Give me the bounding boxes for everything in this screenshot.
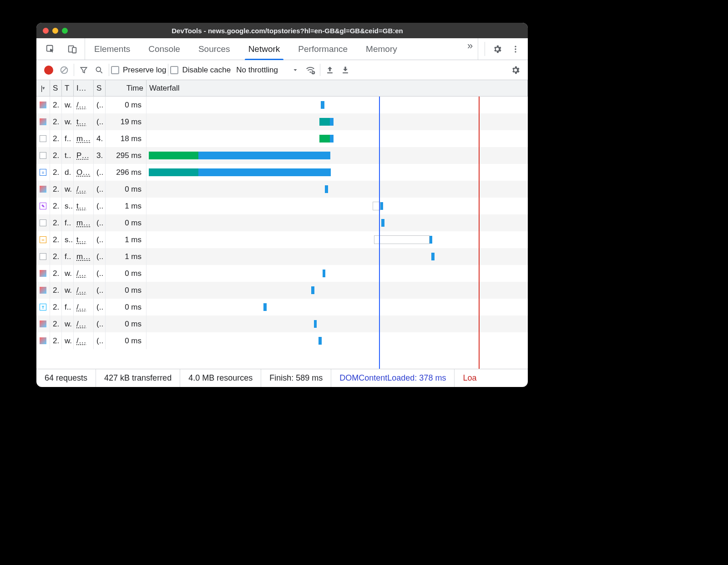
row-type: t..	[62, 147, 74, 164]
row-waterfall	[147, 316, 528, 332]
panel-tab-console[interactable]: Console	[139, 38, 189, 60]
row-size: (..	[94, 282, 106, 299]
throttling-value: No throttling	[236, 66, 278, 75]
img-file-icon	[40, 337, 46, 344]
doc-file-icon: ≡	[40, 169, 46, 176]
network-row[interactable]: 2.w./…(..0 ms	[36, 97, 528, 113]
more-panels-icon[interactable]: »	[462, 38, 478, 54]
row-size: (..	[94, 97, 106, 113]
upload-har-icon[interactable]	[322, 62, 338, 78]
svg-point-5	[515, 51, 516, 52]
network-row[interactable]: 2.w./…(..0 ms	[36, 332, 528, 349]
svg-rect-10	[327, 72, 333, 73]
panel-tab-sources[interactable]: Sources	[189, 38, 239, 60]
network-toolbar: Preserve log Disable cache No throttling	[36, 60, 528, 80]
row-status: 2.	[50, 299, 62, 316]
row-initiator: /…	[74, 181, 94, 198]
row-size: 4.	[94, 130, 106, 147]
minimize-window-button[interactable]	[52, 28, 58, 34]
network-row[interactable]: 2.f..m…4.18 ms	[36, 130, 528, 147]
column-name[interactable]: |▾	[36, 80, 50, 96]
column-size[interactable]: S	[94, 80, 106, 96]
row-time: 0 ms	[106, 97, 147, 113]
status-load: Loa	[455, 369, 485, 387]
network-row[interactable]: 2.w./…(..0 ms	[36, 316, 528, 332]
download-har-icon[interactable]	[338, 62, 353, 78]
row-type: f..	[62, 248, 74, 265]
network-row[interactable]: 2.w.t…(..19 ms	[36, 113, 528, 130]
column-initiator[interactable]: I…	[74, 80, 94, 96]
row-time: 0 ms	[106, 299, 147, 316]
network-row[interactable]: ≡2.d.O…(..296 ms	[36, 164, 528, 181]
row-type: s..	[62, 231, 74, 248]
row-type: f..	[62, 299, 74, 316]
row-icon: T	[36, 299, 50, 316]
row-size: (..	[94, 214, 106, 231]
preserve-log-checkbox[interactable]: Preserve log	[111, 66, 166, 75]
row-time: 0 ms	[106, 282, 147, 299]
settings-icon[interactable]	[490, 41, 505, 57]
row-icon	[36, 316, 50, 332]
record-button[interactable]	[41, 62, 56, 78]
disable-cache-checkbox[interactable]: Disable cache	[170, 66, 231, 75]
row-type: w.	[62, 332, 74, 349]
panel-tab-network[interactable]: Network	[239, 38, 289, 60]
network-row[interactable]: 2.t..P…3.295 ms	[36, 147, 528, 164]
inspect-element-icon[interactable]	[43, 41, 58, 57]
kebab-menu-icon[interactable]	[508, 41, 523, 57]
network-conditions-icon[interactable]	[303, 62, 318, 78]
network-settings-icon[interactable]	[508, 62, 523, 78]
row-time: 0 ms	[106, 214, 147, 231]
clear-icon[interactable]	[56, 62, 72, 78]
row-time: 1 ms	[106, 231, 147, 248]
row-size: (..	[94, 316, 106, 332]
row-initiator: m…	[74, 248, 94, 265]
row-waterfall	[147, 214, 528, 231]
row-type: f..	[62, 130, 74, 147]
chevron-down-icon	[293, 67, 298, 73]
toggle-device-toolbar-icon[interactable]	[65, 41, 80, 57]
network-grid-header: |▾ S T I… S Time Waterfall	[36, 80, 528, 97]
row-time: 0 ms	[106, 181, 147, 198]
empty-file-icon	[40, 152, 46, 159]
row-time: 296 ms	[106, 164, 147, 181]
panel-tab-elements[interactable]: Elements	[85, 38, 139, 60]
network-row[interactable]: 2.w./…(..0 ms	[36, 181, 528, 198]
network-row[interactable]: 2.w./…(..0 ms	[36, 265, 528, 282]
filter-icon[interactable]	[76, 62, 91, 78]
network-row[interactable]: 2.f..m…(..0 ms	[36, 214, 528, 231]
svg-rect-2	[72, 47, 76, 53]
panel-tab-performance[interactable]: Performance	[289, 38, 357, 60]
window-title: DevTools - news.google.com/topstories?hl…	[74, 27, 528, 35]
network-row[interactable]: 2.f..m…(..1 ms	[36, 248, 528, 265]
disable-cache-label: Disable cache	[182, 66, 231, 75]
empty-file-icon	[40, 253, 46, 260]
network-row[interactable]: ✎2.s..t…(..1 ms	[36, 198, 528, 214]
row-time: 1 ms	[106, 198, 147, 214]
panel-tab-memory[interactable]: Memory	[357, 38, 406, 60]
row-initiator: t…	[74, 198, 94, 214]
row-waterfall	[147, 130, 528, 147]
throttling-dropdown[interactable]: No throttling	[236, 66, 298, 75]
close-window-button[interactable]	[43, 28, 49, 34]
network-row[interactable]: 2.w./…(..0 ms	[36, 282, 528, 299]
column-type[interactable]: T	[62, 80, 74, 96]
column-waterfall[interactable]: Waterfall	[147, 80, 528, 96]
row-waterfall	[147, 248, 528, 265]
network-grid-body: 2.w./…(..0 ms2.w.t…(..19 ms2.f..m…4.18 m…	[36, 97, 528, 369]
column-time[interactable]: Time	[106, 80, 147, 96]
column-status[interactable]: S	[50, 80, 62, 96]
zoom-window-button[interactable]	[62, 28, 68, 34]
row-waterfall	[147, 282, 528, 299]
row-status: 2.	[50, 332, 62, 349]
network-row[interactable]: T2.f../…(..0 ms	[36, 299, 528, 316]
traffic-lights	[36, 28, 74, 34]
row-type: w.	[62, 113, 74, 130]
row-status: 2.	[50, 97, 62, 113]
font-file-icon: T	[40, 304, 46, 310]
row-status: 2.	[50, 181, 62, 198]
row-initiator: t…	[74, 231, 94, 248]
row-initiator: /…	[74, 332, 94, 349]
network-row[interactable]: ‹›2.s..t…(..1 ms	[36, 231, 528, 248]
search-icon[interactable]	[91, 62, 107, 78]
